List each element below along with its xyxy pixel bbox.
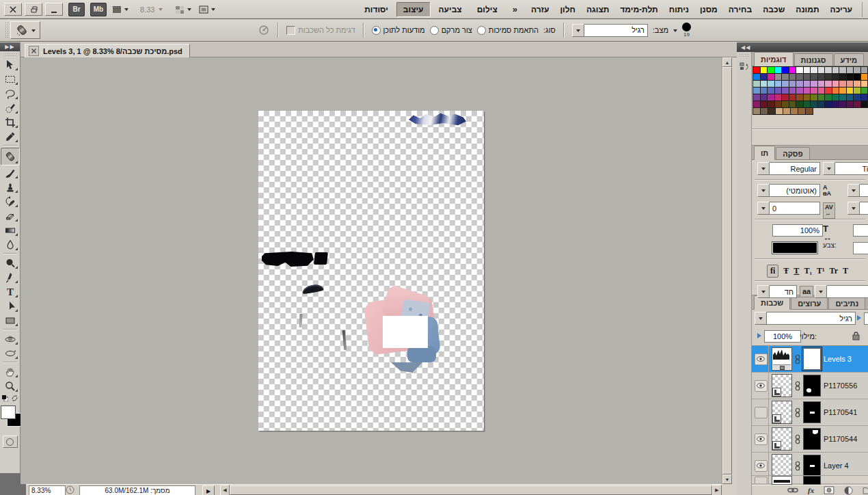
menu-item-2[interactable]: שכבה xyxy=(757,2,790,17)
tool-hand[interactable] xyxy=(1,364,19,379)
blend-mode-select[interactable]: רגיל xyxy=(572,24,648,37)
tool-blur[interactable] xyxy=(1,237,19,252)
layer-blend-mode-select[interactable]: רגיל xyxy=(755,312,856,325)
layer-name[interactable]: Layer 4 xyxy=(824,461,868,470)
layer-mask-thumbnail[interactable] xyxy=(803,428,821,450)
tool-rotate-3d[interactable] xyxy=(1,332,19,346)
combo-arrow-button[interactable] xyxy=(757,184,770,197)
opentype-button-2[interactable]: T xyxy=(794,266,799,276)
quick-mask-button[interactable] xyxy=(3,436,18,448)
tool-dodge[interactable] xyxy=(1,256,19,270)
tool-crop[interactable] xyxy=(1,115,19,129)
workspace-tab-3[interactable]: צילום xyxy=(470,2,504,17)
document-canvas[interactable] xyxy=(258,111,484,431)
menu-item-3[interactable]: בחירה xyxy=(723,2,757,17)
mini-bridge-button[interactable]: Mb xyxy=(90,3,107,16)
scroll-down-button[interactable]: ▼ xyxy=(722,474,732,484)
combo-arrow-button[interactable] xyxy=(757,162,770,175)
checkbox-icon[interactable] xyxy=(286,26,295,35)
fill-slider-arrow[interactable] xyxy=(757,333,764,338)
screen-mode-button[interactable] xyxy=(196,3,217,16)
opentype-button-6[interactable]: T xyxy=(843,266,848,276)
menu-item-6[interactable]: תלת-מימד xyxy=(614,2,663,17)
workspace-tab-1[interactable]: עיצוב xyxy=(396,2,431,17)
tool-type[interactable]: T xyxy=(1,284,19,299)
add-adjustment-layer-icon[interactable] xyxy=(844,486,853,495)
minimize-window-button[interactable] xyxy=(45,3,63,16)
tool-marquee[interactable] xyxy=(1,72,19,86)
tools-grip-handle[interactable] xyxy=(3,53,17,56)
tool-preset-picker[interactable] xyxy=(10,21,40,39)
zoom-percent-field[interactable]: 8.33% xyxy=(29,485,66,495)
menu-item-5[interactable]: ניתוח xyxy=(664,2,694,17)
mask-link-icon[interactable] xyxy=(795,407,800,418)
combo-arrow-button[interactable] xyxy=(815,285,827,298)
tool-history-brush[interactable] xyxy=(1,194,19,209)
language-select[interactable] xyxy=(815,285,868,298)
scroll-right-button[interactable]: ▶ xyxy=(712,485,722,495)
layer-mask-thumbnail[interactable] xyxy=(803,375,821,397)
opentype-button-0[interactable]: fi xyxy=(767,265,778,278)
combo-arrow-button[interactable] xyxy=(823,162,835,175)
tab-paragraph[interactable]: פסקה xyxy=(776,147,809,159)
layer-row-levels-3[interactable]: Levels 3 xyxy=(752,346,868,373)
opentype-button-4[interactable]: T¹ xyxy=(817,266,825,276)
layer-mask-thumbnail[interactable] xyxy=(803,455,821,475)
opentype-button-3[interactable]: T₁ xyxy=(804,266,812,276)
view-extras-button[interactable] xyxy=(109,3,131,16)
document-tab[interactable]: Levels 3, 1 @ 8.33% 8/מסיכת שכבה.psd xyxy=(25,44,190,58)
menu-item-9[interactable]: עזרה xyxy=(526,2,554,17)
layer-mask-thumbnail[interactable] xyxy=(803,348,821,370)
mask-link-icon[interactable] xyxy=(795,461,800,471)
workspace-tab-0[interactable]: יסודות xyxy=(357,2,395,17)
layer-row-p1170556[interactable]: P1170556 xyxy=(752,373,868,399)
tool-brush[interactable] xyxy=(1,165,19,180)
tool-shape[interactable] xyxy=(1,313,19,327)
combo-arrow-button[interactable] xyxy=(847,184,860,197)
tool-orbit-3d[interactable] xyxy=(1,346,19,360)
canvas-pasteboard[interactable] xyxy=(21,57,722,484)
tool-quick-select[interactable] xyxy=(1,101,19,115)
workspace-overflow-chevron[interactable]: » xyxy=(513,4,517,14)
tab-swatches[interactable]: דוגמיות xyxy=(754,52,794,66)
menu-item-8[interactable]: חלון xyxy=(554,2,581,17)
mask-link-icon[interactable] xyxy=(795,381,800,391)
radio-selected-icon[interactable] xyxy=(372,26,381,35)
close-document-icon[interactable] xyxy=(29,46,39,56)
zoom-chevron-icon[interactable] xyxy=(159,8,163,13)
tool-clone-stamp[interactable] xyxy=(1,180,19,194)
combo-arrow-button[interactable] xyxy=(847,202,860,215)
scroll-up-button[interactable]: ▲ xyxy=(722,57,732,67)
brush-chevron-icon[interactable] xyxy=(673,29,677,34)
tracking-select[interactable]: 0 xyxy=(757,202,820,215)
close-window-button[interactable] xyxy=(4,3,22,16)
options-grip-handle[interactable] xyxy=(5,22,8,38)
tools-panel-header[interactable]: ▶▶ xyxy=(0,42,20,51)
add-layer-mask-icon[interactable] xyxy=(824,486,835,494)
combo-arrow-button[interactable] xyxy=(757,285,770,298)
layer-thumbnail[interactable] xyxy=(772,401,792,424)
swatch-6-7[interactable] xyxy=(805,107,813,115)
layer-name[interactable]: Levels 3 xyxy=(824,355,868,363)
layer-visibility-eye-icon[interactable] xyxy=(755,433,768,445)
layer-row-partial[interactable] xyxy=(752,475,868,485)
arrange-documents-button[interactable] xyxy=(172,3,193,16)
strip-grip-handle[interactable] xyxy=(739,53,749,57)
sample-all-layers-checkbox[interactable]: דגימת כל השכבות xyxy=(286,26,355,35)
tool-pen[interactable] xyxy=(1,270,19,284)
opacity-field-cut[interactable] xyxy=(864,312,868,325)
layer-visibility-empty[interactable] xyxy=(755,407,768,418)
layer-visibility-eye-icon[interactable] xyxy=(755,353,768,365)
combo-arrow-button[interactable] xyxy=(572,24,584,37)
horizontal-scrollbar[interactable]: ◀ ▶ xyxy=(220,485,722,495)
vertical-scrollbar[interactable]: ▲ ▼ xyxy=(722,57,731,484)
font-style-select[interactable]: Regular xyxy=(757,162,820,175)
layer-thumbnail[interactable] xyxy=(772,427,792,451)
tool-move[interactable] xyxy=(1,57,19,72)
vertical-scroll-thumb[interactable] xyxy=(722,67,732,474)
tool-zoom[interactable] xyxy=(1,379,19,393)
layer-visibility-eye-icon[interactable] xyxy=(755,460,768,472)
layer-thumbnail[interactable] xyxy=(772,454,792,475)
font-size-select[interactable] xyxy=(847,184,868,197)
layer-effects-icon[interactable]: fx xyxy=(808,486,814,494)
